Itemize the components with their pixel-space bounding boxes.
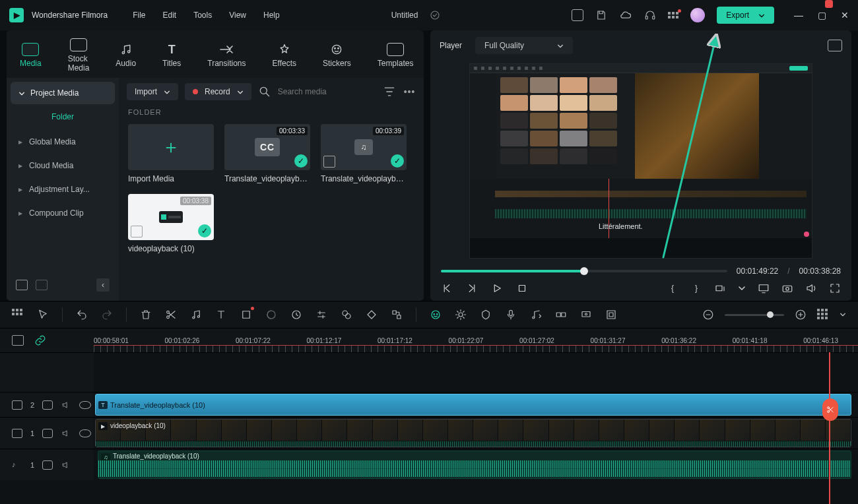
zoom-in-icon[interactable] <box>795 309 807 321</box>
zoom-slider[interactable] <box>725 314 784 316</box>
fit-icon[interactable] <box>605 309 617 321</box>
thumb-translate-cc[interactable]: 00:03:33 CC ✓ Translate_videoplayba... <box>224 124 310 183</box>
group-icon[interactable] <box>391 309 403 321</box>
volume-icon[interactable] <box>805 282 817 294</box>
close-button[interactable]: ✕ <box>841 10 849 20</box>
grid-tool-icon[interactable] <box>12 309 24 321</box>
tab-titles[interactable]: TTitles <box>156 40 187 71</box>
zoom-out-icon[interactable] <box>702 309 714 321</box>
eye-icon[interactable] <box>79 429 91 437</box>
clip-subtitle[interactable]: T Translate_videoplayback (10) <box>95 394 851 416</box>
view-grid-icon[interactable] <box>817 309 829 321</box>
track-head-subtitle[interactable]: 2 <box>0 393 94 417</box>
progress-knob[interactable] <box>580 267 588 275</box>
tab-audio[interactable]: Audio <box>109 40 143 71</box>
adjust-icon[interactable] <box>315 309 327 321</box>
project-title[interactable]: Untitled <box>391 11 418 20</box>
sidebar-folder-active[interactable]: Folder <box>11 106 115 129</box>
mark-out-icon[interactable]: } <box>690 282 702 294</box>
menu-help[interactable]: Help <box>263 11 280 20</box>
cloud-icon[interactable] <box>619 10 632 20</box>
menu-tools[interactable]: Tools <box>193 11 212 20</box>
eye-icon[interactable] <box>79 401 91 409</box>
player-tab[interactable]: Player <box>440 41 462 50</box>
arrow-tool-icon[interactable] <box>37 309 49 321</box>
thumb-import[interactable]: ＋ Import Media <box>128 124 214 183</box>
progress-track[interactable] <box>441 270 727 272</box>
view-more-icon[interactable] <box>840 309 846 321</box>
thumb-translate-audio[interactable]: 00:03:39 ♫ ✓ Translate_videoplayba... <box>321 124 407 183</box>
speed-icon[interactable] <box>290 309 302 321</box>
playhead-handle[interactable] <box>825 0 833 8</box>
sidebar-item-cloud-media[interactable]: ▸Cloud Media <box>11 154 115 177</box>
marker-icon[interactable] <box>480 309 492 321</box>
minimize-button[interactable]: — <box>794 10 803 20</box>
quick-split-icon[interactable] <box>822 398 838 421</box>
preview-screen[interactable]: Littéralement. <box>469 63 812 259</box>
ai-tool-icon[interactable] <box>430 309 442 321</box>
clip-audio[interactable]: ♫ Translate_videoplayback (10) <box>98 451 851 479</box>
filter-icon[interactable] <box>383 85 396 98</box>
playhead-line[interactable] <box>829 352 830 504</box>
stop-icon[interactable] <box>516 282 528 294</box>
tab-effects[interactable]: Effects <box>266 40 303 71</box>
undo-icon[interactable] <box>76 309 88 321</box>
record-dropdown[interactable]: Record <box>185 83 251 100</box>
ratio-icon[interactable] <box>714 282 726 294</box>
mask-tool-icon[interactable] <box>265 309 277 321</box>
screen-icon[interactable] <box>572 9 583 21</box>
play-icon[interactable] <box>491 282 503 294</box>
sidebar-project-media[interactable]: Project Media <box>11 82 115 104</box>
redo-icon[interactable] <box>101 309 113 321</box>
timeline-ruler[interactable]: 00:00:58:01 00:01:02:26 00:01:07:22 00:0… <box>94 329 858 352</box>
mute-icon[interactable] <box>61 429 71 438</box>
lock-icon[interactable] <box>42 400 53 410</box>
audio-tool-icon[interactable] <box>190 309 202 321</box>
more-icon[interactable] <box>403 85 416 98</box>
tab-transitions[interactable]: Transitions <box>201 40 252 71</box>
audio-sync-icon[interactable] <box>530 309 542 321</box>
search-input[interactable] <box>278 87 376 96</box>
tab-stickers[interactable]: Stickers <box>316 40 358 71</box>
lock-icon[interactable] <box>42 460 53 470</box>
snapshot-gallery-icon[interactable] <box>828 40 842 51</box>
mark-in-icon[interactable]: { <box>667 282 678 294</box>
smart-cut-icon[interactable] <box>555 309 567 321</box>
voiceover-icon[interactable] <box>505 309 517 321</box>
lock-icon[interactable] <box>42 429 53 438</box>
headphones-icon[interactable] <box>644 9 656 21</box>
save-icon[interactable] <box>595 9 607 21</box>
next-frame-icon[interactable] <box>466 282 478 294</box>
link-icon[interactable] <box>34 334 46 346</box>
apps-icon[interactable] <box>668 12 678 18</box>
chevron-down-icon[interactable] <box>738 282 746 294</box>
render-icon[interactable] <box>580 309 592 321</box>
display-icon[interactable] <box>758 282 770 294</box>
track-options-icon[interactable] <box>12 335 24 346</box>
text-tool-icon[interactable] <box>215 309 227 321</box>
sidebar-item-compound-clip[interactable]: ▸Compound Clip <box>11 202 115 224</box>
sidebar-item-adjustment-layer[interactable]: ▸Adjustment Lay... <box>11 178 115 201</box>
enhance-icon[interactable] <box>455 309 467 321</box>
menu-file[interactable]: File <box>133 11 145 20</box>
tab-stock-media[interactable]: Stock Media <box>61 36 96 75</box>
maximize-button[interactable]: ▢ <box>818 10 826 20</box>
export-button[interactable]: Export <box>717 7 774 24</box>
new-folder-icon[interactable] <box>16 280 28 290</box>
remove-folder-icon[interactable] <box>36 280 48 290</box>
delete-icon[interactable] <box>140 309 152 321</box>
quality-dropdown[interactable]: Full Quality <box>475 37 573 54</box>
avatar[interactable] <box>690 8 705 22</box>
sidebar-item-global-media[interactable]: ▸Global Media <box>11 131 115 153</box>
prev-frame-icon[interactable] <box>441 282 453 294</box>
thumb-videoplayback[interactable]: 00:03:38 ✓ videoplayback (10) <box>128 194 214 253</box>
split-icon[interactable] <box>165 309 177 321</box>
tab-templates[interactable]: Templates <box>371 40 420 71</box>
import-dropdown[interactable]: Import <box>127 83 178 100</box>
camera-icon[interactable] <box>781 282 793 294</box>
mute-icon[interactable] <box>61 400 71 410</box>
menu-view[interactable]: View <box>229 11 246 20</box>
crop-tool-icon[interactable] <box>240 309 252 321</box>
keyframe-icon[interactable] <box>366 309 378 321</box>
clip-video[interactable]: ▶ videoplayback (10) <box>95 419 851 447</box>
